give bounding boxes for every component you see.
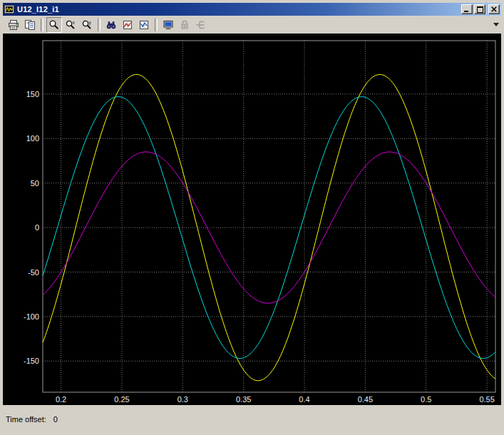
minimize-icon bbox=[464, 6, 470, 12]
y-tick-label: 0 bbox=[35, 223, 39, 232]
close-icon bbox=[491, 6, 497, 12]
svg-text:x: x bbox=[73, 19, 76, 24]
plot-region: 0.20.250.30.350.40.450.50.55150100500-50… bbox=[3, 34, 501, 405]
toolbar: xy bbox=[3, 16, 501, 34]
zoom-y-button[interactable]: y bbox=[79, 17, 95, 33]
maximize-button[interactable] bbox=[474, 4, 485, 14]
y-tick-label: -150 bbox=[24, 357, 39, 365]
autoscale-icon bbox=[106, 19, 117, 31]
autoscale-button[interactable] bbox=[103, 17, 119, 33]
y-tick-label: 150 bbox=[26, 90, 39, 98]
svg-text:y: y bbox=[89, 19, 92, 25]
axes-box bbox=[43, 41, 495, 392]
x-tick-label: 0.55 bbox=[479, 395, 494, 404]
signal-selection-icon bbox=[195, 19, 207, 31]
toolbar-separator bbox=[41, 19, 43, 31]
series-cyan-trace bbox=[43, 97, 495, 359]
zoom-x-icon: x bbox=[65, 19, 76, 31]
x-tick-label: 0.5 bbox=[421, 395, 431, 404]
toolbar-overflow-chevron-icon[interactable] bbox=[493, 23, 499, 26]
series-magenta-trace bbox=[43, 152, 495, 303]
restore-axes-settings-button[interactable] bbox=[136, 17, 152, 33]
x-tick-label: 0.2 bbox=[56, 395, 66, 404]
parameters-button[interactable] bbox=[22, 17, 38, 33]
toolbar-separator bbox=[98, 19, 101, 31]
y-tick-label: 100 bbox=[26, 134, 39, 143]
time-offset-value: 0 bbox=[53, 415, 58, 424]
series-yellow-trace bbox=[43, 74, 495, 380]
time-offset-label: Time offset: bbox=[6, 415, 46, 424]
window-title: U12_I12_i1 bbox=[17, 5, 461, 14]
restore-axes-settings-icon bbox=[138, 19, 150, 31]
zoom-y-icon: y bbox=[81, 19, 93, 31]
status-bar: Time offset:0 bbox=[3, 405, 501, 432]
scope-window-icon bbox=[4, 4, 14, 14]
floating-scope-button[interactable] bbox=[160, 17, 176, 33]
x-tick-label: 0.4 bbox=[299, 395, 309, 404]
print-icon bbox=[8, 19, 19, 31]
zoom-icon bbox=[48, 19, 60, 31]
scope-plot[interactable]: 0.20.250.30.350.40.450.50.55150100500-50… bbox=[3, 34, 501, 405]
x-tick-label: 0.3 bbox=[178, 395, 188, 404]
x-tick-label: 0.45 bbox=[358, 395, 373, 404]
print-button[interactable] bbox=[6, 17, 21, 33]
y-tick-label: -50 bbox=[28, 268, 39, 277]
x-tick-label: 0.25 bbox=[114, 395, 129, 404]
save-axes-settings-button[interactable] bbox=[120, 17, 135, 33]
zoom-x-button[interactable]: x bbox=[63, 17, 78, 33]
close-button[interactable] bbox=[488, 4, 500, 14]
caption-buttons bbox=[461, 4, 500, 14]
toolbar-separator bbox=[155, 19, 158, 31]
floating-scope-icon bbox=[163, 19, 174, 31]
y-tick-label: 50 bbox=[31, 179, 39, 188]
titlebar[interactable]: U12_I12_i1 bbox=[3, 3, 501, 16]
scope-window: U12_I12_i1 xy 0.20.250.30.350.40.450.50.… bbox=[0, 0, 504, 435]
lock-axes-button bbox=[177, 17, 192, 33]
maximize-icon bbox=[477, 6, 483, 13]
lock-axes-icon bbox=[179, 19, 190, 31]
save-axes-settings-icon bbox=[122, 19, 133, 31]
zoom-button[interactable] bbox=[46, 17, 62, 33]
y-tick-label: -100 bbox=[24, 312, 39, 321]
minimize-button[interactable] bbox=[461, 4, 473, 14]
signal-selection-button bbox=[193, 17, 209, 33]
parameters-icon bbox=[24, 19, 36, 31]
x-tick-label: 0.35 bbox=[236, 395, 251, 404]
